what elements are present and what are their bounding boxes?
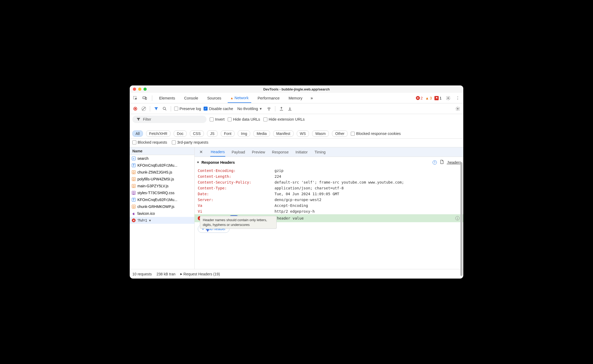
info-icon[interactable]: i [455,216,460,220]
request-name: search [137,156,149,161]
request-name: ?lvl=1 [137,218,147,222]
clear-icon[interactable] [141,106,147,112]
request-name: chunk-GRHMKOWP.js [137,204,174,209]
response-headers-section[interactable]: ▼ Response Headers ? .headers [195,157,463,168]
svg-point-4 [163,107,165,110]
doc-icon: ≡ [132,157,136,160]
close-icon[interactable]: ✕ [198,149,204,154]
request-row[interactable]: ⟨⟩chunk-Z5WZJGHS.js [130,169,194,176]
help-icon[interactable]: ? [433,160,437,165]
header-name: Va [198,203,275,208]
warning-count: 3 [430,96,432,100]
settings-gear-icon[interactable] [455,106,461,112]
header-name: Server: [198,198,275,202]
pill-ws[interactable]: WS [297,130,309,137]
pill-wasm[interactable]: Wasm [312,130,329,137]
kebab-icon[interactable]: ⋮ [455,95,461,101]
request-name: favicon.ico [137,211,155,216]
dtab-timing[interactable]: Timing [314,148,326,156]
font-icon: T [132,163,136,167]
font-icon: T [132,198,136,202]
search-icon[interactable] [162,106,168,112]
status-badges[interactable]: ✕2 ▲3 ⚑1 [416,96,442,100]
inspect-icon[interactable] [132,95,138,101]
network-toolbar: Preserve log ✓Disable cache No throttlin… [130,103,463,114]
request-name: chunk-Z5WZJGHS.js [137,170,172,174]
tab-sources[interactable]: Sources [205,94,224,103]
dtab-payload[interactable]: Payload [231,148,246,156]
header-value: http/2 edgeproxy-h [275,209,315,213]
dtab-response[interactable]: Response [271,148,289,156]
wifi-icon[interactable] [266,106,272,112]
header-name: Date: [198,192,275,196]
tab-console[interactable]: Console [181,94,201,103]
more-tabs-icon[interactable]: » [309,95,315,101]
request-name: main-G3PZY5LV.js [137,184,169,188]
request-list-pane: Name ≡searchTKFOmCnqEu92Fr1Mu...⟨⟩chunk-… [130,147,195,269]
invert-checkbox[interactable]: Invert [210,117,224,121]
request-row[interactable]: ⟨⟩chunk-GRHMKOWP.js [130,203,194,210]
header-name: Content-Encoding: [198,169,275,173]
name-column-header[interactable]: Name [130,147,194,155]
pill-js[interactable]: JS [207,130,218,137]
tab-memory[interactable]: Memory [286,94,305,103]
request-name: polyfills-UPW4ZMSI.js [137,177,174,181]
file-icon[interactable] [439,160,444,165]
record-icon[interactable] [132,106,138,112]
hide-ext-checkbox[interactable]: Hide extension URLs [263,117,305,121]
pill-img[interactable]: Img [238,130,250,137]
request-row[interactable]: ⟨⟩main-G3PZY5LV.js [130,183,194,189]
request-row[interactable]: ≡search [130,155,194,162]
error-count: 2 [421,96,423,100]
request-row[interactable]: ⟨⟩polyfills-UPW4ZMSI.js [130,176,194,183]
download-icon[interactable] [287,106,293,112]
divider [152,95,152,101]
header-value: 224 [275,174,281,179]
header-row: Content-Encoding:gzip [198,168,460,174]
pill-css[interactable]: CSS [190,130,204,137]
dtab-initiator[interactable]: Initiator [295,148,308,156]
pill-font[interactable]: Font [221,130,235,137]
blocked-req-checkbox[interactable]: Blocked requests [132,140,167,144]
gear-icon[interactable] [445,95,451,101]
hide-data-checkbox[interactable]: Hide data URLs [228,117,260,121]
throttling-select[interactable]: No throttling [236,106,263,111]
pill-media[interactable]: Media [253,130,270,137]
preserve-log-checkbox[interactable]: Preserve log [174,107,201,111]
request-row[interactable]: {}styles-T73CSHRQ.css [130,189,194,196]
request-row[interactable]: TKFOmCnqEu92Fr1Mu... [130,196,194,203]
headers-file-link[interactable]: .headers [447,160,461,165]
err-icon: ✕ [132,219,136,222]
upload-icon[interactable] [278,106,284,112]
js-icon: ⟨⟩ [132,205,136,208]
header-value: Accept-Encoding [275,203,308,208]
request-row[interactable]: TKFOmCnqEu92Fr1Mu... [130,162,194,169]
tab-performance[interactable]: Performance [255,94,282,103]
request-row[interactable]: ◐favicon.ico [130,210,194,217]
filter-input[interactable]: Filter [132,116,206,123]
request-name: KFOmCnqEu92Fr1Mu... [137,198,177,202]
pill-other[interactable]: Other [332,130,348,137]
dtab-headers[interactable]: Headers [210,148,225,157]
header-value-input[interactable]: header value [277,216,304,220]
pill-all[interactable]: All [132,130,143,137]
blocked-cookies-checkbox[interactable]: Blocked response cookies [351,131,401,136]
request-headers-section[interactable]: ▶Request Headers (19) [180,272,220,276]
header-row: Server:deno/gcp-europe-west2 [198,197,460,203]
header-name: Content-Type: [198,186,275,190]
request-row[interactable]: ✕?lvl=1 [130,217,194,224]
pill-fetch[interactable]: Fetch/XHR [146,130,170,137]
dtab-preview[interactable]: Preview [251,148,266,156]
tab-elements[interactable]: Elements [156,94,178,103]
filter-icon[interactable] [153,106,159,112]
tab-network[interactable]: Network [228,93,251,103]
pill-manifest[interactable]: Manifest [273,130,294,137]
js-icon: ⟨⟩ [132,184,136,188]
device-icon[interactable] [142,95,148,101]
third-party-checkbox[interactable]: 3rd-party requests [172,140,208,144]
disclosure-triangle-icon: ▼ [197,161,199,164]
scrollbar[interactable] [460,162,462,276]
img-icon: ◐ [132,212,136,215]
pill-doc[interactable]: Doc [174,130,187,137]
disable-cache-checkbox[interactable]: ✓Disable cache [204,107,233,111]
